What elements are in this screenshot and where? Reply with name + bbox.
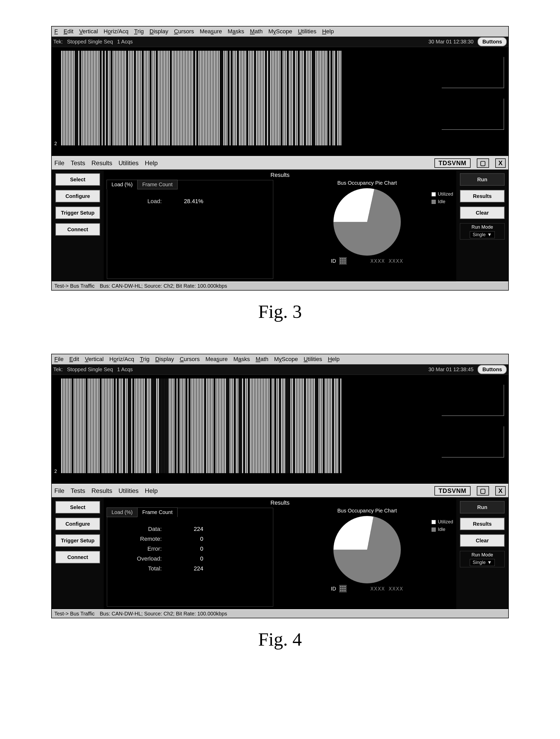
app-menu-file[interactable]: File — [54, 159, 64, 167]
acq-state: Stopped Single Seq — [67, 366, 113, 373]
minimize-icon[interactable]: ▢ — [477, 486, 489, 495]
menu-masks[interactable]: Masks — [233, 356, 250, 362]
run-mode-select[interactable]: Single ▼ — [470, 559, 495, 566]
run-mode-panel: Run Mode Single ▼ — [460, 551, 505, 567]
results-button[interactable]: Results — [460, 518, 505, 530]
pie-legend: Utilized Idle — [431, 519, 453, 534]
timestamp: 30 Mar 01 12:38:45 — [428, 366, 474, 373]
menu-math[interactable]: Math — [250, 28, 262, 35]
connect-button[interactable]: Connect — [55, 223, 100, 236]
waveform-display[interactable]: 2 — [53, 45, 435, 156]
frame-count-row: Total:224 — [115, 564, 265, 574]
menu-masks[interactable]: Masks — [228, 28, 244, 35]
keypad-icon[interactable] — [339, 257, 347, 265]
menu-edit[interactable]: Edit — [69, 356, 79, 362]
pie-chart-title: Bus Occupancy Pie Chart — [281, 180, 453, 186]
app-menu-results[interactable]: Results — [91, 487, 112, 494]
frame-count-label: Total: — [115, 565, 162, 572]
results-tabs: Load (%) Frame Count Data:224Remote:0Err… — [107, 508, 273, 607]
app-menu-tests[interactable]: Tests — [71, 159, 85, 167]
id-label: ID — [331, 586, 336, 592]
id-label: ID — [331, 258, 336, 264]
menu-vertical[interactable]: Vertical — [85, 356, 104, 362]
legend-utilized: Utilized — [431, 191, 453, 197]
results-button[interactable]: Results — [460, 190, 505, 202]
run-mode-select[interactable]: Single ▼ — [470, 231, 495, 238]
left-sidebar: Select Configure Trigger Setup Connect — [52, 170, 104, 281]
app-menu-results[interactable]: Results — [91, 159, 112, 167]
select-button[interactable]: Select — [55, 173, 100, 186]
channel-marker: 2 — [54, 469, 57, 474]
menu-vertical[interactable]: Vertical — [79, 28, 98, 35]
menu-measure[interactable]: Measure — [200, 28, 222, 35]
frame-count-value: 224 — [172, 565, 203, 572]
buttons-toggle[interactable]: Buttons — [478, 37, 507, 46]
app-menu-utilities[interactable]: Utilities — [119, 159, 139, 167]
results-panel: Select Configure Trigger Setup Connect R… — [52, 170, 508, 281]
select-button[interactable]: Select — [55, 501, 100, 513]
minimize-icon[interactable]: ▢ — [477, 158, 489, 168]
status-bus: Bus: CAN-DW-HL; Source: Ch2; Bit Rate: 1… — [100, 611, 227, 617]
menu-help[interactable]: Help — [322, 28, 334, 35]
menu-utilities[interactable]: Utilities — [304, 356, 322, 362]
menu-trig[interactable]: Trig — [134, 28, 144, 35]
pie-legend: Utilized Idle — [431, 191, 453, 206]
tab-frame-count[interactable]: Frame Count — [137, 180, 178, 189]
configure-button[interactable]: Configure — [55, 518, 100, 530]
chevron-down-icon: ▼ — [487, 560, 492, 565]
menu-help[interactable]: Help — [328, 356, 340, 362]
menu-utilities[interactable]: Utilities — [298, 28, 316, 35]
main-menu: File Edit Vertical Horiz/Acq Trig Displa… — [52, 354, 508, 364]
menu-file[interactable]: F — [54, 28, 58, 35]
trigger-setup-button[interactable]: Trigger Setup — [55, 534, 100, 547]
waveform-panel: Tek: Stopped Single Seq 1 Acqs 30 Mar 01… — [52, 37, 508, 156]
tab-frame-count[interactable]: Frame Count — [137, 507, 178, 517]
menu-horiz-acq[interactable]: Horiz/Acq — [104, 28, 129, 35]
legend-idle: Idle — [431, 199, 453, 204]
menu-math[interactable]: Math — [255, 356, 268, 362]
run-button[interactable]: Run — [460, 173, 505, 186]
menu-cursors[interactable]: Cursors — [174, 28, 194, 35]
menu-edit[interactable]: Edit — [63, 28, 73, 35]
buttons-toggle[interactable]: Buttons — [478, 365, 507, 374]
menu-horiz-acq[interactable]: Horiz/Acq — [110, 356, 134, 362]
waveform-panel: Tek: Stopped Single Seq 1 Acqs 30 Mar 01… — [52, 364, 508, 484]
menu-display[interactable]: Display — [155, 356, 174, 362]
connect-button[interactable]: Connect — [55, 551, 100, 563]
menu-myscope[interactable]: MyScope — [268, 28, 292, 35]
clear-button[interactable]: Clear — [460, 206, 505, 219]
left-sidebar: Select Configure Trigger Setup Connect — [52, 497, 104, 609]
menu-file[interactable]: File — [54, 356, 63, 362]
app-menu-utilities[interactable]: Utilities — [119, 487, 139, 494]
app-menu-file[interactable]: File — [54, 487, 64, 494]
app-menu: File Tests Results Utilities Help TDSVNM… — [52, 156, 508, 170]
scope-status-bar: Tek: Stopped Single Seq 1 Acqs 30 Mar 01… — [52, 364, 508, 375]
tab-load[interactable]: Load (%) — [107, 507, 138, 517]
oscilloscope-window-fig4: File Edit Vertical Horiz/Acq Trig Displa… — [51, 354, 509, 618]
tab-load[interactable]: Load (%) — [107, 180, 138, 189]
clear-button[interactable]: Clear — [460, 534, 505, 547]
keypad-icon[interactable] — [339, 585, 347, 592]
frame-count-value: 0 — [172, 546, 203, 552]
app-menu-help[interactable]: Help — [145, 487, 158, 494]
waveform-display[interactable]: 2 — [53, 373, 435, 483]
app-menu-help[interactable]: Help — [145, 159, 158, 167]
run-mode-panel: Run Mode Single ▼ — [460, 223, 505, 240]
app-menu-tests[interactable]: Tests — [71, 487, 85, 494]
bus-occupancy-pie — [333, 516, 401, 583]
menu-myscope[interactable]: MyScope — [274, 356, 298, 362]
menu-cursors[interactable]: Cursors — [180, 356, 200, 362]
menu-measure[interactable]: Measure — [205, 356, 228, 362]
configure-button[interactable]: Configure — [55, 190, 100, 202]
run-button[interactable]: Run — [460, 501, 505, 513]
trigger-setup-button[interactable]: Trigger Setup — [55, 206, 100, 219]
menu-trig[interactable]: Trig — [140, 356, 150, 362]
close-icon[interactable]: X — [495, 486, 506, 495]
oscilloscope-window-fig3: F Edit Vertical Horiz/Acq Trig Display C… — [51, 26, 509, 291]
frame-count-label: Data: — [115, 526, 162, 533]
results-panel: Select Configure Trigger Setup Connect R… — [52, 497, 508, 609]
load-value: 28.41% — [172, 198, 203, 205]
menu-display[interactable]: Display — [150, 28, 168, 35]
results-title: Results — [107, 499, 453, 506]
close-icon[interactable]: X — [495, 158, 506, 168]
